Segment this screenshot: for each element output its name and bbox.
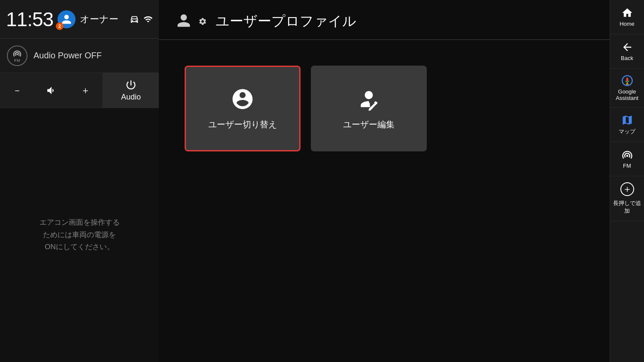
user-edit-icon	[357, 87, 381, 111]
sidebar-item-google-assistant[interactable]: GoogleAssistant	[610, 69, 644, 108]
audio-btn-label: Audio	[121, 93, 141, 102]
power-icon	[125, 79, 137, 91]
header-icons	[130, 15, 153, 24]
vol-plus-button[interactable]: ＋	[68, 73, 103, 108]
notification-badge: 2	[56, 22, 64, 30]
right-sidebar: Home Back GoogleAssistant マップ FM	[610, 0, 644, 362]
car-network-icon	[130, 15, 139, 24]
volume-icon	[46, 85, 57, 96]
left-panel: 11:53 2 オーナー FM	[0, 0, 159, 362]
ac-message: エアコン画面を操作するためには車両の電源をONにしてください。	[0, 108, 159, 362]
audio-power-row[interactable]: FM Audio Power OFF	[0, 39, 159, 73]
fm-text: FM	[14, 58, 20, 63]
fm-sidebar-icon	[621, 149, 633, 161]
home-icon	[621, 7, 633, 19]
maps-icon-wrapper	[621, 114, 633, 126]
sidebar-label-home: Home	[620, 21, 635, 27]
audio-button[interactable]: Audio	[103, 73, 159, 108]
back-icon	[621, 41, 633, 53]
sidebar-label-maps: マップ	[619, 128, 635, 136]
user-settings-icon	[176, 13, 191, 28]
sidebar-item-maps[interactable]: マップ	[610, 108, 644, 142]
gear-overlay-icon	[198, 17, 207, 26]
volume-icon-wrapper	[34, 85, 69, 96]
cards-area: ユーザー切り替え ユーザー編集	[159, 40, 610, 177]
page-title: ユーザープロファイル	[216, 12, 356, 31]
sidebar-label-google-assistant: GoogleAssistant	[616, 88, 638, 101]
fm-icon-circle: FM	[7, 45, 27, 66]
sidebar-label-add: 長押しで追加	[612, 199, 642, 215]
main-content: ユーザープロファイル ユーザー切り替え ユーザー編集	[159, 0, 610, 362]
volume-row: － ＋ Audio	[0, 73, 159, 108]
add-icon: ＋	[620, 182, 634, 196]
user-switch-label: ユーザー切り替え	[208, 119, 277, 130]
sidebar-item-add[interactable]: ＋ 長押しで追加	[610, 176, 644, 221]
sidebar-item-back[interactable]: Back	[610, 34, 644, 69]
sidebar-item-fm[interactable]: FM	[610, 142, 644, 176]
user-profile-icon	[176, 13, 191, 30]
user-edit-label: ユーザー編集	[343, 119, 395, 130]
svg-rect-2	[626, 84, 629, 85]
audio-power-text: Audio Power OFF	[33, 51, 102, 60]
user-switch-icon	[231, 87, 255, 111]
sidebar-item-home[interactable]: Home	[610, 0, 644, 34]
page-header: ユーザープロファイル	[159, 0, 610, 40]
maps-icon	[621, 114, 633, 126]
vol-minus-button[interactable]: －	[0, 73, 34, 108]
person-icon	[61, 14, 72, 25]
owner-label: オーナー	[80, 13, 118, 26]
user-switch-card[interactable]: ユーザー切り替え	[185, 66, 301, 151]
user-edit-card[interactable]: ユーザー編集	[311, 66, 427, 151]
radio-icon	[12, 49, 22, 58]
clock: 11:53	[6, 8, 53, 31]
google-assistant-icon	[621, 75, 633, 87]
ac-message-text: エアコン画面を操作するためには車両の電源をONにしてください。	[39, 217, 120, 254]
header-bar: 11:53 2 オーナー	[0, 0, 159, 39]
wifi-icon	[143, 15, 153, 24]
user-icon-wrapper: 2	[58, 10, 76, 28]
vol-controls: － ＋	[0, 73, 103, 108]
sidebar-label-back: Back	[621, 55, 633, 61]
sidebar-label-fm: FM	[623, 163, 631, 169]
